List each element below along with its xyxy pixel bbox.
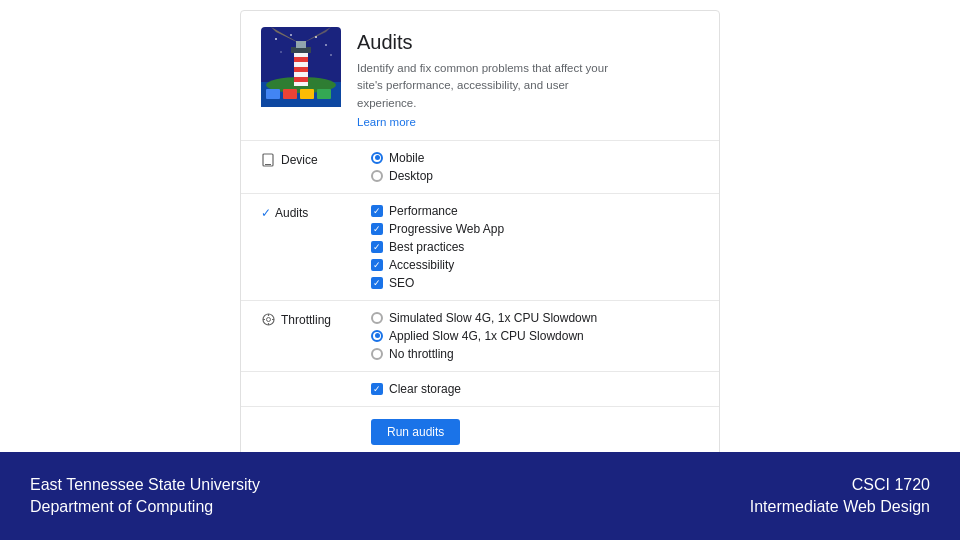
audits-options: ✓ Performance ✓ Progressive Web App ✓ Be… bbox=[371, 204, 504, 290]
svg-point-24 bbox=[266, 318, 270, 322]
device-icon bbox=[261, 153, 275, 167]
audit-accessibility[interactable]: ✓ Accessibility bbox=[371, 258, 504, 272]
audit-accessibility-label: Accessibility bbox=[389, 258, 454, 272]
svg-rect-20 bbox=[317, 89, 331, 99]
audits-card: Audits Identify and fix common problems … bbox=[240, 10, 720, 456]
checkbox-performance[interactable]: ✓ bbox=[371, 205, 383, 217]
learn-more-link[interactable]: Learn more bbox=[357, 116, 617, 128]
throttling-options: Simulated Slow 4G, 1x CPU Slowdown Appli… bbox=[371, 311, 597, 361]
footer-left-line1: East Tennessee State University bbox=[30, 476, 260, 494]
lighthouse-image bbox=[261, 27, 341, 107]
audits-checkmark-icon: ✓ bbox=[261, 206, 271, 220]
throttling-icon bbox=[261, 313, 275, 327]
checkbox-pwa[interactable]: ✓ bbox=[371, 223, 383, 235]
throttling-simulated-label: Simulated Slow 4G, 1x CPU Slowdown bbox=[389, 311, 597, 325]
clear-storage-row: ✓ Clear storage bbox=[241, 372, 719, 407]
throttling-label-container: Throttling bbox=[261, 311, 371, 327]
checkbox-seo[interactable]: ✓ bbox=[371, 277, 383, 289]
radio-desktop[interactable] bbox=[371, 170, 383, 182]
audits-label: Audits bbox=[275, 206, 308, 220]
audit-pwa[interactable]: ✓ Progressive Web App bbox=[371, 222, 504, 236]
throttling-option-simulated[interactable]: Simulated Slow 4G, 1x CPU Slowdown bbox=[371, 311, 597, 325]
clear-storage-label-container bbox=[261, 382, 371, 384]
device-label-container: Device bbox=[261, 151, 371, 167]
throttling-applied-label: Applied Slow 4G, 1x CPU Slowdown bbox=[389, 329, 584, 343]
svg-point-1 bbox=[275, 38, 277, 40]
audit-best-practices-label: Best practices bbox=[389, 240, 464, 254]
svg-rect-10 bbox=[294, 57, 308, 62]
audits-row: ✓ Audits ✓ Performance ✓ Progressive Web… bbox=[241, 194, 719, 301]
footer-left: East Tennessee State University Departme… bbox=[30, 476, 260, 516]
svg-rect-11 bbox=[294, 67, 308, 72]
throttling-none-label: No throttling bbox=[389, 347, 454, 361]
audit-best-practices[interactable]: ✓ Best practices bbox=[371, 240, 504, 254]
audit-pwa-label: Progressive Web App bbox=[389, 222, 504, 236]
device-options: Mobile Desktop bbox=[371, 151, 433, 183]
radio-simulated[interactable] bbox=[371, 312, 383, 324]
throttling-label: Throttling bbox=[281, 313, 331, 327]
audit-seo[interactable]: ✓ SEO bbox=[371, 276, 504, 290]
footer-left-line2: Department of Computing bbox=[30, 498, 260, 516]
device-option-mobile[interactable]: Mobile bbox=[371, 151, 433, 165]
svg-rect-19 bbox=[300, 89, 314, 99]
radio-none[interactable] bbox=[371, 348, 383, 360]
svg-point-2 bbox=[290, 34, 292, 36]
footer-right: CSCI 1720 Intermediate Web Design bbox=[750, 476, 930, 516]
throttling-option-applied[interactable]: Applied Slow 4G, 1x CPU Slowdown bbox=[371, 329, 597, 343]
svg-point-5 bbox=[280, 51, 282, 53]
footer-bar: East Tennessee State University Departme… bbox=[0, 452, 960, 540]
checkbox-best-practices[interactable]: ✓ bbox=[371, 241, 383, 253]
button-row: Run audits bbox=[241, 407, 719, 455]
svg-rect-18 bbox=[283, 89, 297, 99]
svg-point-6 bbox=[330, 54, 332, 56]
device-mobile-label: Mobile bbox=[389, 151, 424, 165]
device-option-desktop[interactable]: Desktop bbox=[371, 169, 433, 183]
footer-right-line1: CSCI 1720 bbox=[852, 476, 930, 494]
svg-rect-12 bbox=[294, 77, 308, 82]
audits-label-container: ✓ Audits bbox=[261, 204, 371, 220]
throttling-option-none[interactable]: No throttling bbox=[371, 347, 597, 361]
checkbox-clear-storage[interactable]: ✓ bbox=[371, 383, 383, 395]
audit-performance[interactable]: ✓ Performance bbox=[371, 204, 504, 218]
clear-storage-item[interactable]: ✓ Clear storage bbox=[371, 382, 461, 396]
device-desktop-label: Desktop bbox=[389, 169, 433, 183]
radio-applied[interactable] bbox=[371, 330, 383, 342]
radio-mobile[interactable] bbox=[371, 152, 383, 164]
footer-right-line2: Intermediate Web Design bbox=[750, 498, 930, 516]
checkbox-accessibility[interactable]: ✓ bbox=[371, 259, 383, 271]
header-text: Audits Identify and fix common problems … bbox=[357, 27, 617, 128]
run-audits-button[interactable]: Run audits bbox=[371, 419, 460, 445]
device-row: Device Mobile Desktop bbox=[241, 141, 719, 194]
throttling-row: Throttling Simulated Slow 4G, 1x CPU Slo… bbox=[241, 301, 719, 372]
card-header: Audits Identify and fix common problems … bbox=[241, 11, 719, 141]
svg-rect-17 bbox=[266, 89, 280, 99]
svg-rect-22 bbox=[265, 164, 271, 165]
svg-point-4 bbox=[325, 44, 327, 46]
clear-storage-label: Clear storage bbox=[389, 382, 461, 396]
audit-performance-label: Performance bbox=[389, 204, 458, 218]
clear-storage-options: ✓ Clear storage bbox=[371, 382, 461, 396]
card-description: Identify and fix common problems that af… bbox=[357, 60, 617, 112]
device-label: Device bbox=[281, 153, 318, 167]
card-title: Audits bbox=[357, 31, 617, 54]
audit-seo-label: SEO bbox=[389, 276, 414, 290]
